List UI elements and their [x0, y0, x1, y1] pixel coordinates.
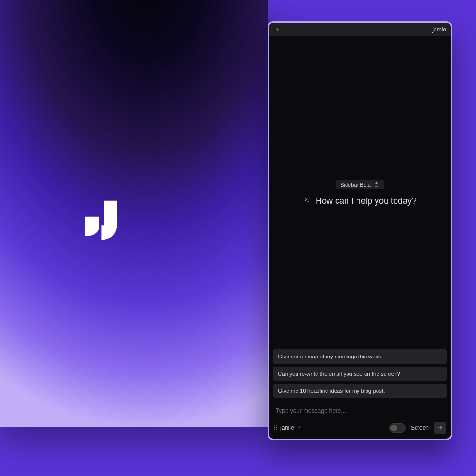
sidebar-window: jamie Sidebar Beta — [268, 21, 452, 440]
terminal-prompt-icon — [303, 197, 311, 205]
model-picker[interactable]: jamie — [274, 425, 302, 432]
grip-icon — [274, 425, 278, 432]
message-input[interactable] — [274, 405, 446, 417]
svg-point-10 — [274, 427, 275, 428]
composer: jamie Screen — [269, 402, 451, 439]
send-button[interactable] — [434, 422, 446, 434]
composer-right-controls: Screen — [389, 422, 446, 434]
toggle-knob — [390, 425, 397, 431]
desktop-wallpaper — [0, 0, 268, 427]
chat-main: Sidebar Beta How can — [269, 36, 451, 349]
beta-badge-label: Sidebar Beta — [340, 182, 371, 188]
svg-point-6 — [376, 182, 377, 183]
new-chat-button[interactable] — [274, 26, 281, 33]
svg-point-12 — [274, 428, 275, 429]
model-name: jamie — [280, 425, 294, 431]
jamie-logo — [82, 199, 126, 243]
screen-toggle[interactable] — [389, 423, 406, 433]
titlebar: jamie — [269, 23, 451, 36]
bot-icon — [374, 182, 379, 188]
svg-point-13 — [276, 428, 277, 429]
svg-point-11 — [276, 427, 277, 428]
chevron-down-icon — [297, 425, 302, 431]
app-title: jamie — [432, 26, 446, 33]
screen-toggle-label: Screen — [411, 425, 429, 431]
svg-point-8 — [274, 425, 275, 426]
composer-bottom-row: jamie Screen — [274, 422, 446, 434]
suggestion-list: Give me a recap of my meetings this week… — [269, 349, 451, 402]
suggestion-item[interactable]: Give me a recap of my meetings this week… — [273, 349, 447, 364]
beta-badge: Sidebar Beta — [336, 180, 384, 189]
svg-point-9 — [276, 425, 277, 426]
sidebar-inner: jamie Sidebar Beta — [269, 23, 451, 439]
suggestion-item[interactable]: Can you re-write the email you see on th… — [273, 367, 447, 381]
suggestion-item[interactable]: Give me 10 headline ideas for my blog po… — [273, 384, 447, 398]
svg-point-4 — [377, 185, 377, 185]
greeting-text: How can I help you today? — [316, 196, 416, 206]
greeting: How can I help you today? — [303, 196, 416, 206]
svg-point-3 — [376, 185, 376, 185]
